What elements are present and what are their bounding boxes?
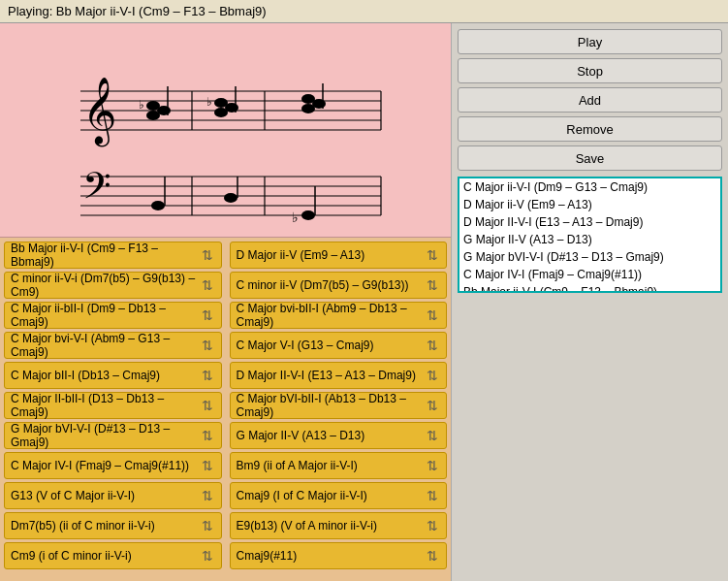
chord-item-left[interactable]: C minor ii-V-i (Dm7(b5) – G9(b13) – Cm9)… xyxy=(4,272,222,299)
left-panel: 𝄞 ♭ ♭ xyxy=(0,23,452,581)
chord-arrow-right[interactable]: ⇅ xyxy=(425,369,440,382)
chord-arrow-right[interactable]: ⇅ xyxy=(425,549,440,563)
chord-label: C Major IV-I (Fmaj9 – Cmaj9(#11)) xyxy=(11,459,200,472)
right-panel: Play Stop Add Remove Save C Major ii-V-I… xyxy=(452,23,728,581)
listbox[interactable]: C Major ii-V-I (Dm9 – G13 – Cmaj9)D Majo… xyxy=(458,177,722,293)
chord-item-left[interactable]: C Major bII-I (Db13 – Cmaj9)⇅ xyxy=(4,362,222,389)
svg-point-31 xyxy=(301,210,315,220)
chord-label: C Major bII-I (Db13 – Cmaj9) xyxy=(11,369,200,382)
chord-label: Dm7(b5) (ii of C minor ii-V-i) xyxy=(11,519,200,533)
svg-point-28 xyxy=(224,193,237,203)
svg-point-26 xyxy=(151,201,165,210)
chord-item-right[interactable]: Cmaj9 (I of C Major ii-V-I)⇅ xyxy=(230,482,448,509)
chord-item-right[interactable]: E9(b13) (V of A minor ii-V-i)⇅ xyxy=(230,512,448,539)
svg-text:𝄢: 𝄢 xyxy=(82,166,111,215)
chord-item-left[interactable]: C Major IV-I (Fmaj9 – Cmaj9(#11))⇅ xyxy=(4,452,222,479)
chord-arrow-left[interactable]: ⇅ xyxy=(200,339,215,352)
chord-arrow-left[interactable]: ⇅ xyxy=(200,429,215,442)
chord-arrow-left[interactable]: ⇅ xyxy=(200,549,215,563)
chord-label: C minor ii-V-i (Dm7(b5) – G9(b13) – Cm9) xyxy=(11,272,200,299)
listbox-item[interactable]: C Major IV-I (Fmaj9 – Cmaj9(#11)) xyxy=(459,266,720,283)
chord-label: D Major ii-V (Em9 – A13) xyxy=(237,248,426,262)
chord-item-left[interactable]: G13 (V of C Major ii-V-I)⇅ xyxy=(4,482,222,509)
chord-item-left[interactable]: C Major II-bII-I (D13 – Db13 – Cmaj9)⇅ xyxy=(4,392,222,419)
chord-arrow-right[interactable]: ⇅ xyxy=(425,339,440,352)
title-text: Playing: Bb Major ii-V-I (Cm9 – F13 – Bb… xyxy=(8,4,267,18)
chord-item-left[interactable]: C Major ii-bII-I (Dm9 – Db13 – Cmaj9)⇅ xyxy=(4,302,222,329)
chord-label: G Major II-V (A13 – D13) xyxy=(237,429,426,442)
chord-arrow-right[interactable]: ⇅ xyxy=(425,459,440,472)
chord-label: G13 (V of C Major ii-V-I) xyxy=(11,489,200,502)
chord-label: C Major bvi-bII-I (Abm9 – Db13 – Cmaj9) xyxy=(237,302,426,329)
chord-item-right[interactable]: Bm9 (ii of A Major ii-V-I)⇅ xyxy=(230,452,448,479)
chord-item-left[interactable]: Dm7(b5) (ii of C minor ii-V-i)⇅ xyxy=(4,512,222,539)
stop-button[interactable]: Stop xyxy=(458,58,722,83)
listbox-item[interactable]: Bb Major ii-V-I (Cm9 – F13 – Bbmaj9) xyxy=(459,283,720,293)
chord-arrow-right[interactable]: ⇅ xyxy=(425,399,440,412)
main-container: 𝄞 ♭ ♭ xyxy=(0,23,728,581)
bottom-chords: Bb Major ii-V-I (Cm9 – F13 – Bbmaj9)⇅C m… xyxy=(0,238,451,581)
chord-label: C Major ii-bII-I (Dm9 – Db13 – Cmaj9) xyxy=(11,302,200,329)
chord-label: Cm9 (i of C minor ii-V-i) xyxy=(11,549,200,563)
svg-point-18 xyxy=(312,99,326,109)
chord-item-right[interactable]: C Major bvi-bII-I (Abm9 – Db13 – Cmaj9)⇅ xyxy=(230,302,448,329)
remove-button[interactable]: Remove xyxy=(458,116,722,142)
chord-arrow-left[interactable]: ⇅ xyxy=(200,459,215,472)
chord-label: Cmaj9(#11) xyxy=(237,549,426,563)
chord-label: C Major bVI-bII-I (Ab13 – Db13 – Cmaj9) xyxy=(237,392,426,419)
chord-arrow-left[interactable]: ⇅ xyxy=(200,369,215,382)
chord-label: C minor ii-V (Dm7(b5) – G9(b13)) xyxy=(237,278,426,292)
chord-arrow-right[interactable]: ⇅ xyxy=(425,519,440,533)
staff-svg: 𝄞 ♭ ♭ xyxy=(51,33,400,227)
chord-label: C Major V-I (G13 – Cmaj9) xyxy=(237,339,426,352)
listbox-item[interactable]: G Major bVI-V-I (D#13 – D13 – Gmaj9) xyxy=(459,248,720,266)
svg-point-13 xyxy=(225,103,238,113)
chord-arrow-left[interactable]: ⇅ xyxy=(200,278,215,292)
chord-item-left[interactable]: Cm9 (i of C minor ii-V-i)⇅ xyxy=(4,542,222,569)
svg-text:♭: ♭ xyxy=(139,98,144,112)
col-right: D Major ii-V (Em9 – A13)⇅C minor ii-V (D… xyxy=(226,238,452,581)
play-button[interactable]: Play xyxy=(458,29,722,54)
chord-item-right[interactable]: C minor ii-V (Dm7(b5) – G9(b13))⇅ xyxy=(230,272,448,299)
sheet-music-area: 𝄞 ♭ ♭ xyxy=(0,23,451,238)
listbox-item[interactable]: G Major II-V (A13 – D13) xyxy=(459,231,720,248)
save-button[interactable]: Save xyxy=(458,145,722,171)
chord-label: D Major II-V-I (E13 – A13 – Dmaj9) xyxy=(237,369,426,382)
chord-arrow-right[interactable]: ⇅ xyxy=(425,248,440,262)
chord-item-left[interactable]: C Major bvi-V-I (Abm9 – G13 – Cmaj9)⇅ xyxy=(4,332,222,359)
listbox-item[interactable]: D Major II-V-I (E13 – A13 – Dmaj9) xyxy=(459,213,720,231)
chord-item-left[interactable]: Bb Major ii-V-I (Cm9 – F13 – Bbmaj9)⇅ xyxy=(4,242,222,269)
title-bar: Playing: Bb Major ii-V-I (Cm9 – F13 – Bb… xyxy=(0,0,728,23)
col-left: Bb Major ii-V-I (Cm9 – F13 – Bbmaj9)⇅C m… xyxy=(0,238,226,581)
chord-item-right[interactable]: D Major ii-V (Em9 – A13)⇅ xyxy=(230,242,448,269)
chord-label: C Major bvi-V-I (Abm9 – G13 – Cmaj9) xyxy=(11,332,200,359)
chord-arrow-left[interactable]: ⇅ xyxy=(200,308,215,322)
listbox-item[interactable]: C Major ii-V-I (Dm9 – G13 – Cmaj9) xyxy=(459,178,720,196)
chord-arrow-left[interactable]: ⇅ xyxy=(200,248,215,262)
chord-item-right[interactable]: G Major II-V (A13 – D13)⇅ xyxy=(230,422,448,449)
chord-arrow-left[interactable]: ⇅ xyxy=(200,489,215,502)
chord-arrow-right[interactable]: ⇅ xyxy=(425,489,440,502)
chord-arrow-left[interactable]: ⇅ xyxy=(200,399,215,412)
listbox-item[interactable]: D Major ii-V (Em9 – A13) xyxy=(459,196,720,213)
chord-label: Bb Major ii-V-I (Cm9 – F13 – Bbmaj9) xyxy=(11,242,200,269)
chord-label: E9(b13) (V of A minor ii-V-i) xyxy=(237,519,426,533)
chord-item-left[interactable]: G Major bVI-V-I (D#13 – D13 – Gmaj9)⇅ xyxy=(4,422,222,449)
svg-point-8 xyxy=(157,106,171,115)
chord-label: Bm9 (ii of A Major ii-V-I) xyxy=(237,459,426,472)
chord-label: C Major II-bII-I (D13 – Db13 – Cmaj9) xyxy=(11,392,200,419)
chord-arrow-right[interactable]: ⇅ xyxy=(425,429,440,442)
add-button[interactable]: Add xyxy=(458,87,722,113)
chord-item-right[interactable]: Cmaj9(#11)⇅ xyxy=(230,542,448,569)
chord-arrow-right[interactable]: ⇅ xyxy=(425,278,440,292)
buttons-area: Play Stop Add Remove Save xyxy=(452,23,728,177)
chord-arrow-left[interactable]: ⇅ xyxy=(200,519,215,533)
chord-label: G Major bVI-V-I (D#13 – D13 – Gmaj9) xyxy=(11,422,200,449)
chord-arrow-right[interactable]: ⇅ xyxy=(425,308,440,322)
svg-text:♭: ♭ xyxy=(206,95,212,109)
chord-item-right[interactable]: C Major V-I (G13 – Cmaj9)⇅ xyxy=(230,332,448,359)
svg-text:𝄞: 𝄞 xyxy=(82,78,116,147)
chord-label: Cmaj9 (I of C Major ii-V-I) xyxy=(237,489,426,502)
chord-item-right[interactable]: C Major bVI-bII-I (Ab13 – Db13 – Cmaj9)⇅ xyxy=(230,392,448,419)
chord-item-right[interactable]: D Major II-V-I (E13 – A13 – Dmaj9)⇅ xyxy=(230,362,448,389)
